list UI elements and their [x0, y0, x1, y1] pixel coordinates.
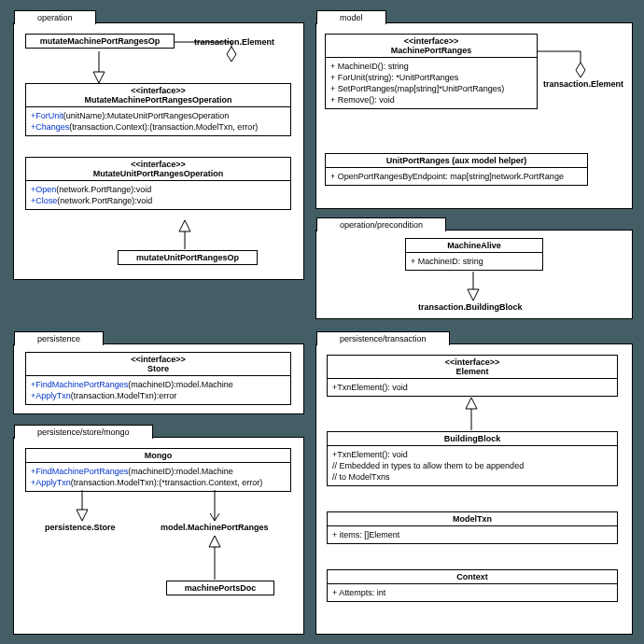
name-mmpro: MutateMachinePortRangesOperation [84, 95, 231, 105]
title-mpr: <<interface>> MachinePortRanges [326, 35, 537, 58]
class-Element: <<interface>> Element +TxnElement(): voi… [327, 355, 618, 397]
name-mupro: MutateUnitPortRangesOperation [93, 169, 224, 178]
name-element: Element [455, 367, 488, 376]
package-tab-model: model [316, 10, 386, 24]
label-model-machineportranges: model.MachinePortRanges [161, 523, 269, 532]
class-Store: <<interface>> Store +FindMachinePortRang… [25, 352, 291, 405]
stereo-element: <<interface>> [331, 357, 613, 367]
class-Mongo: Mongo +FindMachinePortRanges(machineID):… [25, 448, 291, 492]
package-tab-mongo: persistence/store/mongo [14, 425, 153, 439]
body-element: +TxnElement(): void [328, 379, 617, 396]
title-mongo: Mongo [26, 449, 290, 463]
class-mutateMachinePortRangesOp: mutateMachinePortRangesOp [25, 34, 175, 49]
title-element: <<interface>> Element [328, 356, 617, 379]
title-modeltxn: ModelTxn [328, 512, 617, 526]
class-MutateMachinePortRangesOperation: <<interface>> MutateMachinePortRangesOpe… [25, 83, 291, 136]
body-mupro: +Open(network.PortRange):void +Close(net… [26, 181, 290, 209]
label-transaction-element-2: transaction.Element [543, 79, 623, 89]
body-upr: + OpenPortRangesByEndpoint: map[string]n… [326, 168, 587, 185]
stereo-mmpro: <<interface>> [30, 86, 287, 95]
title-machineportsdoc: machinePortsDoc [167, 581, 273, 595]
body-mpr: + MachineID(): string + ForUnit(string):… [326, 58, 537, 108]
title-mutateUnitPortRangesOp: mutateUnitPortRangesOp [119, 251, 257, 264]
body-machinealive: + MachineID: string [406, 253, 542, 270]
body-bb: +TxnElement(): void // Embedded in types… [328, 446, 617, 485]
class-machinePortsDoc: machinePortsDoc [166, 581, 274, 595]
class-BuildingBlock: BuildingBlock +TxnElement(): void // Emb… [327, 431, 618, 486]
label-persistence-store: persistence.Store [45, 523, 116, 532]
title-mutateMachinePortRangesOp: mutateMachinePortRangesOp [26, 35, 174, 48]
class-ModelTxn: ModelTxn + items: []Element [327, 511, 618, 544]
class-mutateUnitPortRangesOp: mutateUnitPortRangesOp [118, 250, 258, 265]
class-UnitPortRanges: UnitPortRanges (aux model helper) + Open… [325, 153, 588, 186]
label-transaction-buildingblock: transaction.BuildingBlock [418, 302, 523, 312]
stereo-mupro: <<interface>> [30, 160, 287, 169]
name-store: Store [147, 364, 169, 373]
body-store: +FindMachinePortRanges(machineID):model.… [26, 376, 290, 404]
label-transaction-element-1: transaction.Element [194, 37, 274, 47]
class-MachinePortRanges: <<interface>> MachinePortRanges + Machin… [325, 34, 538, 109]
package-tab-operation: operation [14, 10, 96, 24]
title-mupro: <<interface>> MutateUnitPortRangesOperat… [26, 158, 290, 181]
package-operation: operation [13, 22, 304, 280]
body-mmpro: +ForUnit(unitName):MutateUnitPortRangesO… [26, 107, 290, 135]
title-bb: BuildingBlock [328, 432, 617, 446]
package-tab-precondition: operation/precondition [316, 217, 446, 231]
class-MutateUnitPortRangesOperation: <<interface>> MutateUnitPortRangesOperat… [25, 157, 291, 210]
title-upr: UnitPortRanges (aux model helper) [326, 154, 587, 168]
body-modeltxn: + items: []Element [328, 526, 617, 543]
class-MachineAlive: MachineAlive + MachineID: string [405, 238, 543, 271]
class-Context: Context + Attempts: int [327, 569, 618, 602]
name-mpr: MachinePortRanges [391, 46, 472, 55]
package-tab-persistence-transaction: persistence/transaction [316, 331, 450, 345]
body-mongo: +FindMachinePortRanges(machineID):model.… [26, 463, 290, 491]
title-store: <<interface>> Store [26, 353, 290, 376]
title-context: Context [328, 570, 617, 584]
body-context: + Attempts: int [328, 584, 617, 601]
package-tab-persistence: persistence [14, 331, 104, 345]
title-mmpro: <<interface>> MutateMachinePortRangesOpe… [26, 84, 290, 107]
stereo-store: <<interface>> [30, 355, 287, 364]
title-machinealive: MachineAlive [406, 239, 542, 253]
stereo-mpr: <<interface>> [329, 36, 533, 46]
